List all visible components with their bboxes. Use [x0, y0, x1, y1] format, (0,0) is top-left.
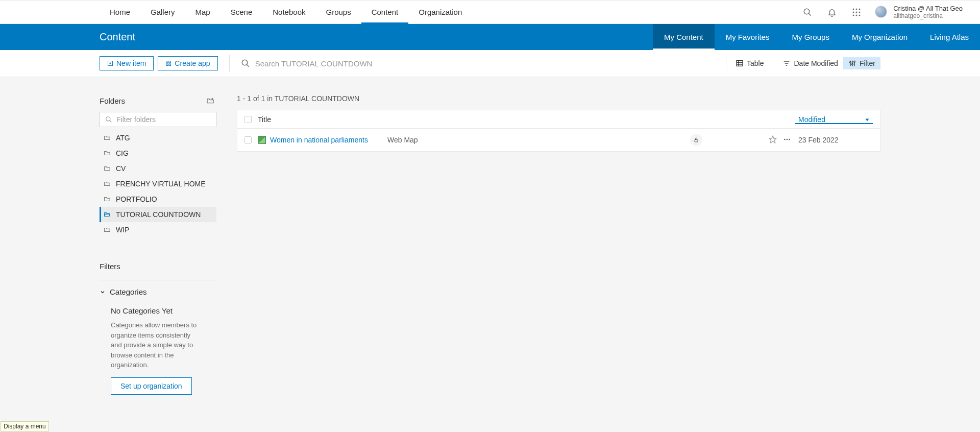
nav-organization[interactable]: Organization: [408, 1, 472, 23]
chevron-down-icon: [100, 289, 106, 295]
view-table-button[interactable]: Table: [730, 57, 769, 69]
nav-gallery[interactable]: Gallery: [140, 1, 185, 23]
no-categories-desc: Categories allow members to organize ite…: [111, 320, 203, 370]
row-checkbox[interactable]: [244, 136, 252, 143]
svg-rect-15: [169, 61, 171, 63]
filters-divider: [100, 280, 216, 280]
tab-my-organization[interactable]: My Organization: [841, 24, 919, 50]
ellipsis-icon: [783, 135, 791, 143]
svg-rect-20: [737, 61, 743, 66]
folder-label: CV: [116, 164, 126, 173]
tab-my-content[interactable]: My Content: [653, 24, 715, 50]
folder-item[interactable]: FRENCHY VIRTUAL HOME: [100, 176, 216, 191]
folder-icon: [104, 165, 111, 172]
svg-point-5: [853, 11, 854, 13]
view-table-label: Table: [747, 59, 764, 67]
svg-point-4: [859, 8, 861, 10]
avatar: [875, 6, 887, 18]
folder-label: WIP: [116, 226, 129, 234]
new-item-button[interactable]: New item: [100, 56, 154, 70]
more-actions-button[interactable]: [783, 135, 791, 145]
folder-item[interactable]: WIP: [100, 222, 216, 237]
toolbar-right: Table Date Modified Filter: [722, 56, 880, 70]
svg-rect-16: [166, 64, 168, 66]
search-wrap: [241, 59, 718, 68]
svg-line-1: [808, 13, 811, 16]
folder-item-active[interactable]: TUTORIAL COUNTDOWN: [100, 207, 216, 222]
nav-groups[interactable]: Groups: [315, 1, 361, 23]
folder-filter-input[interactable]: [116, 115, 211, 124]
svg-line-19: [247, 64, 249, 67]
nav-scene[interactable]: Scene: [220, 1, 263, 23]
svg-point-3: [856, 8, 857, 10]
sidebar: Folders ATG CIG C: [0, 77, 216, 432]
svg-point-6: [856, 11, 857, 13]
filter-toggle-button[interactable]: Filter: [843, 57, 880, 69]
categories-label: Categories: [110, 287, 147, 296]
toolbar-sep-1: [726, 56, 726, 70]
toolbar-divider: [229, 55, 230, 71]
filters-section: Filters Categories No Categories Yet Cat…: [100, 262, 216, 395]
svg-marker-39: [769, 136, 776, 142]
nav-home[interactable]: Home: [100, 1, 140, 23]
tab-my-favorites[interactable]: My Favorites: [715, 24, 781, 50]
folder-filter: [100, 112, 216, 127]
search-icon: [105, 116, 112, 123]
folder-item[interactable]: CIG: [100, 146, 216, 161]
item-date: 23 Feb 2022: [798, 136, 873, 144]
filters-label: Filters: [100, 262, 216, 271]
folder-item[interactable]: PORTFOLIO: [100, 191, 216, 207]
select-all-checkbox[interactable]: [244, 116, 252, 123]
setup-organization-button[interactable]: Set up organization: [111, 377, 192, 395]
folder-icon: [104, 196, 111, 203]
search-icon[interactable]: [801, 6, 814, 18]
svg-point-2: [853, 8, 854, 10]
folder-item[interactable]: CV: [100, 161, 216, 176]
svg-point-32: [854, 61, 855, 62]
top-nav: Home Gallery Map Scene Notebook Groups C…: [0, 0, 980, 24]
svg-point-10: [859, 14, 861, 16]
column-modified[interactable]: Modified: [798, 115, 873, 124]
share-button[interactable]: [690, 134, 702, 146]
sort-icon: [782, 59, 791, 67]
user-menu[interactable]: Cristina @ All That Geo allthatgeo_crist…: [875, 5, 963, 20]
content-area: 1 - 1 of 1 in TUTORIAL COUNTDOWN Title M…: [216, 77, 980, 432]
folder-open-icon: [104, 211, 111, 218]
tab-my-groups[interactable]: My Groups: [781, 24, 841, 50]
categories-body: No Categories Yet Categories allow membe…: [100, 306, 216, 395]
item-table: Title Modified Women in national parliam…: [237, 110, 880, 152]
sort-desc-icon: [865, 117, 870, 123]
tab-living-atlas[interactable]: Living Atlas: [919, 24, 980, 50]
svg-point-7: [859, 11, 861, 13]
svg-point-18: [242, 60, 248, 65]
user-handle: allthatgeo_cristina: [893, 12, 963, 19]
create-app-button[interactable]: Create app: [158, 56, 217, 70]
folder-icon: [104, 150, 111, 157]
column-title[interactable]: Title: [258, 115, 798, 124]
folder-icon: [104, 134, 111, 141]
nav-map[interactable]: Map: [185, 1, 220, 23]
page-title: Content: [100, 31, 135, 43]
webmap-icon: [258, 136, 266, 144]
svg-point-41: [787, 138, 788, 140]
favorite-button[interactable]: [769, 135, 777, 145]
svg-point-8: [853, 14, 854, 16]
categories-toggle[interactable]: Categories: [100, 287, 216, 296]
table-row: Women in national parliaments Web Map 23…: [237, 129, 880, 151]
sort-date-modified-button[interactable]: Date Modified: [777, 57, 843, 69]
new-folder-icon[interactable]: [204, 94, 216, 107]
nav-content[interactable]: Content: [361, 1, 409, 23]
item-title-link[interactable]: Women in national parliaments: [270, 136, 387, 144]
result-count: 1 - 1 of 1 in TUTORIAL COUNTDOWN: [237, 94, 880, 103]
status-tooltip: Display a menu: [1, 421, 49, 431]
folder-item[interactable]: ATG: [100, 130, 216, 146]
bell-icon[interactable]: [826, 6, 838, 18]
content-tabs: My Content My Favorites My Groups My Org…: [653, 24, 980, 50]
svg-line-36: [110, 121, 112, 123]
folder-icon: [104, 226, 111, 233]
search-input[interactable]: [255, 59, 718, 68]
filter-icon: [848, 59, 856, 67]
apps-grid-icon[interactable]: [850, 6, 863, 18]
nav-notebook[interactable]: Notebook: [262, 1, 315, 23]
folder-label: ATG: [116, 134, 130, 142]
